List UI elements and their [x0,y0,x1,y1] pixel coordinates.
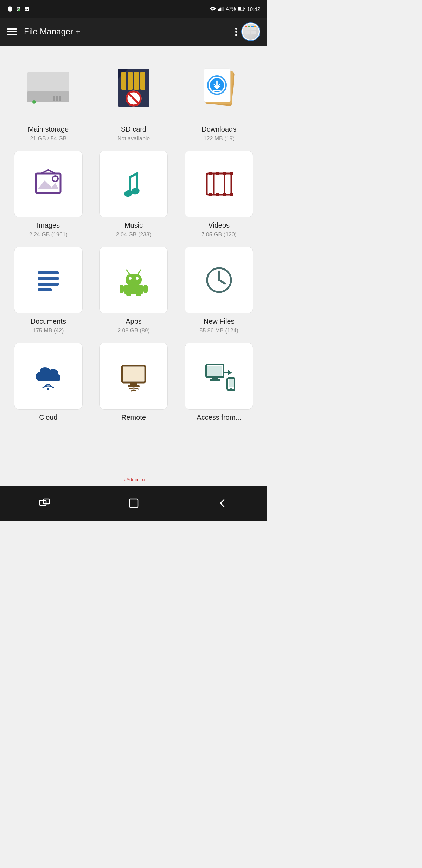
svg-rect-64 [38,288,52,291]
svg-rect-27 [128,72,133,90]
svg-rect-74 [136,293,141,296]
svg-rect-58 [230,193,233,196]
svg-rect-70 [124,285,143,294]
cloud-label: Cloud [39,413,57,422]
grid-item-sd-card[interactable]: SD card Not available [91,53,177,142]
svg-rect-72 [143,285,148,293]
svg-line-68 [127,270,129,274]
svg-rect-86 [212,377,218,379]
svg-rect-81 [123,367,144,381]
svg-rect-63 [38,283,59,286]
access-from-icon [185,343,253,410]
new-files-sub: 55.86 MB (124) [200,328,238,334]
grid-item-documents[interactable]: Documents 175 MB (42) [6,245,91,334]
svg-rect-7 [244,8,245,9]
grid-item-music[interactable]: Music 2.04 GB (233) [91,149,177,238]
svg-rect-73 [126,293,131,296]
svg-point-79 [47,388,49,390]
grid-item-images[interactable]: Images 2.24 GB (1961) [6,149,91,238]
svg-rect-8 [238,7,241,11]
svg-line-69 [138,270,141,274]
downloads-icon [196,65,242,111]
back-button[interactable] [212,493,233,514]
hamburger-menu-button[interactable] [7,28,17,35]
bottom-navigation [0,486,267,521]
app-bar-right [235,22,260,41]
music-label: Music [124,221,143,229]
svg-rect-54 [230,172,233,175]
svg-rect-5 [223,7,224,11]
svg-rect-82 [130,382,137,385]
music-sub: 2.04 GB (233) [116,232,152,238]
battery-percent: 47% [226,6,236,12]
svg-rect-4 [222,7,223,11]
watermark: toAdmin.ru [123,477,145,482]
videos-icon [185,151,253,217]
signal-icon [218,6,224,11]
svg-rect-14 [248,26,250,27]
svg-rect-52 [216,172,219,175]
svg-rect-29 [140,72,145,90]
grid-item-videos[interactable]: Videos 7.05 GB (120) [176,149,262,238]
svg-point-67 [136,277,139,280]
svg-rect-62 [38,277,59,280]
svg-rect-16 [254,26,256,27]
svg-rect-2 [219,8,220,11]
svg-point-66 [129,277,132,280]
apps-label: Apps [126,317,142,325]
svg-marker-89 [228,370,232,375]
apps-icon [99,247,168,313]
svg-point-47 [52,176,58,182]
svg-rect-71 [120,285,124,293]
svg-rect-15 [251,26,254,27]
svg-rect-26 [121,72,126,90]
svg-rect-85 [207,366,222,376]
more-status-icon: ··· [32,5,38,13]
remote-label: Remote [121,413,146,422]
wifi-icon [210,6,216,11]
sd-card-label: SD card [121,125,146,133]
apps-sub: 2.08 GB (89) [117,328,150,334]
svg-rect-65 [126,274,142,285]
new-files-label: New Files [204,317,235,325]
grid-item-new-files[interactable]: New Files 55.86 MB (124) [176,245,262,334]
new-files-icon [185,247,253,313]
status-bar-left: ··· [7,5,38,13]
downloads-sub: 122 MB (19) [204,135,235,142]
main-storage-sub: 21 GB / 54 GB [30,135,66,142]
app-bar: File Manager + [0,18,267,46]
app-bar-left: File Manager + [7,27,81,37]
app-title: File Manager + [24,27,81,37]
downloads-label: Downloads [202,125,236,133]
svg-point-92 [230,388,232,389]
documents-sub: 175 MB (42) [33,328,64,334]
music-icon [99,151,168,217]
images-sub: 2.24 GB (1961) [29,232,68,238]
svg-rect-22 [56,96,58,101]
remote-icon [99,343,168,410]
svg-rect-83 [128,385,140,387]
images-icon [14,151,83,217]
svg-rect-28 [134,72,139,90]
grid-item-access-from[interactable]: Access from... [176,341,262,424]
access-from-label: Access from... [197,413,241,422]
home-button[interactable] [123,493,144,514]
svg-rect-13 [245,26,247,27]
svg-rect-50 [207,173,231,195]
svg-rect-23 [59,96,61,101]
videos-sub: 7.05 GB (120) [201,232,237,238]
recents-button[interactable] [34,493,55,514]
main-storage-label: Main storage [28,125,69,133]
svg-point-78 [218,279,220,281]
grid-item-cloud[interactable]: Cloud [6,341,91,424]
grid-item-downloads[interactable]: Downloads 122 MB (19) [176,53,262,142]
grid-item-apps[interactable]: Apps 2.08 GB (89) [91,245,177,334]
grid-item-main-storage[interactable]: Main storage 21 GB / 54 GB [6,53,91,142]
documents-label: Documents [31,317,66,325]
svg-point-20 [32,100,36,104]
avatar[interactable] [241,22,260,41]
grid-item-remote[interactable]: Remote [91,341,177,424]
clipboard-icon [15,6,21,12]
more-options-button[interactable] [235,28,237,36]
status-bar-right: 47% 10:42 [210,6,260,12]
